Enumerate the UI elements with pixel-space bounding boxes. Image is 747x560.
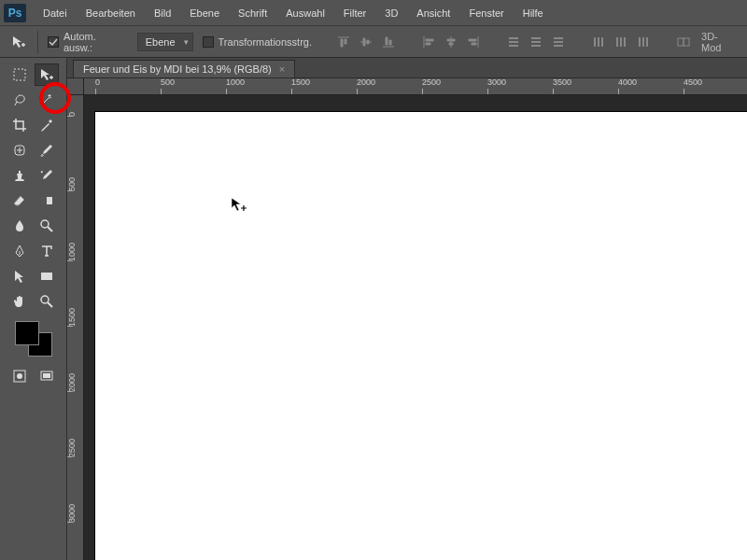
svg-rect-8 xyxy=(554,45,563,47)
ruler-tick: 3000 xyxy=(67,504,84,523)
vertical-ruler[interactable]: 0 500 1000 1500 2000 2500 3000 3500 xyxy=(67,95,84,560)
svg-rect-15 xyxy=(639,37,641,47)
brush-tool[interactable] xyxy=(35,139,59,161)
menu-bar: Ps Datei Bearbeiten Bild Ebene Schrift A… xyxy=(0,0,747,26)
lasso-tool[interactable] xyxy=(7,89,32,111)
transform-controls-checkbox[interactable]: Transformationsstrg. xyxy=(203,36,312,48)
distribute-group-1 xyxy=(505,34,567,50)
distribute-top-icon[interactable] xyxy=(505,34,522,50)
svg-rect-6 xyxy=(554,37,563,39)
ruler-tick: 3500 xyxy=(553,78,571,94)
align-left-icon[interactable] xyxy=(420,34,437,50)
ruler-tick: 2500 xyxy=(67,439,84,457)
history-brush-tool[interactable] xyxy=(35,164,59,187)
active-tool-icon[interactable] xyxy=(9,33,28,51)
move-cursor-icon xyxy=(230,196,247,213)
color-swatches[interactable] xyxy=(15,321,52,357)
document-viewport[interactable]: 0 500 1000 1500 2000 2500 3000 3500 4000… xyxy=(67,78,747,560)
distribute-bottom-icon[interactable] xyxy=(550,34,567,50)
menu-auswahl[interactable]: Auswahl xyxy=(276,4,334,22)
align-vcenter-icon[interactable] xyxy=(358,34,374,50)
svg-rect-10 xyxy=(598,37,599,47)
menu-ebene[interactable]: Ebene xyxy=(180,4,229,22)
checkbox-icon xyxy=(203,36,214,48)
close-tab-icon[interactable]: × xyxy=(279,63,285,75)
healing-brush-tool[interactable] xyxy=(7,139,32,161)
ruler-corner xyxy=(67,78,84,95)
menu-bild[interactable]: Bild xyxy=(145,4,180,22)
screen-mode-tool[interactable] xyxy=(35,365,59,387)
layer-dropdown[interactable]: Ebene xyxy=(137,33,193,51)
canvas[interactable] xyxy=(95,112,747,560)
distribute-group-2 xyxy=(590,34,652,50)
svg-point-28 xyxy=(17,373,22,379)
align-right-icon[interactable] xyxy=(465,34,482,50)
type-tool[interactable] xyxy=(35,240,59,262)
marquee-tool[interactable] xyxy=(7,63,32,86)
zoom-tool[interactable] xyxy=(35,290,59,313)
svg-rect-0 xyxy=(509,37,518,39)
eyedropper-tool[interactable] xyxy=(35,114,59,136)
svg-rect-2 xyxy=(509,45,518,47)
options-bar: Autom. ausw.: Ebene Transformationsstrg.… xyxy=(0,26,747,58)
blur-tool[interactable] xyxy=(7,215,32,237)
distribute-left-icon[interactable] xyxy=(590,34,607,50)
pen-tool[interactable] xyxy=(7,240,32,262)
auto-align-icon[interactable] xyxy=(675,34,692,50)
mode-3d-label[interactable]: 3D-Mod xyxy=(701,31,738,53)
path-selection-tool[interactable] xyxy=(7,265,32,287)
clone-stamp-tool[interactable] xyxy=(7,164,32,187)
document-area: Feuer und Eis by MDI bei 13,9% (RGB/8) ×… xyxy=(67,58,747,560)
crop-tool[interactable] xyxy=(7,114,32,136)
ruler-tick: 2500 xyxy=(422,78,441,94)
svg-rect-4 xyxy=(531,41,541,43)
hand-tool[interactable] xyxy=(7,290,32,313)
svg-rect-23 xyxy=(41,197,47,204)
menu-filter[interactable]: Filter xyxy=(334,4,375,22)
document-tab-title: Feuer und Eis by MDI bei 13,9% (RGB/8) xyxy=(83,63,272,75)
foreground-color-swatch[interactable] xyxy=(15,321,39,345)
align-bottom-icon[interactable] xyxy=(380,34,397,50)
dodge-tool[interactable] xyxy=(35,215,59,237)
menu-datei[interactable]: Datei xyxy=(34,4,77,22)
menu-ansicht[interactable]: Ansicht xyxy=(407,4,459,22)
align-group-2 xyxy=(420,34,482,50)
svg-rect-7 xyxy=(554,41,563,43)
horizontal-ruler[interactable]: 0 500 1000 1500 2000 2500 3000 3500 4000… xyxy=(84,78,747,95)
gradient-tool[interactable] xyxy=(35,189,59,212)
menu-3d[interactable]: 3D xyxy=(375,4,407,22)
checkbox-icon xyxy=(48,36,59,48)
ruler-tick: 500 xyxy=(67,177,84,191)
rectangle-tool[interactable] xyxy=(35,265,59,287)
menu-hilfe[interactable]: Hilfe xyxy=(514,4,553,22)
ruler-tick: 1500 xyxy=(291,78,310,94)
quick-mask-tool[interactable] xyxy=(7,365,32,387)
svg-rect-19 xyxy=(684,38,689,46)
svg-rect-17 xyxy=(646,37,648,47)
align-top-icon[interactable] xyxy=(335,34,352,50)
svg-rect-13 xyxy=(620,37,622,47)
magic-wand-tool[interactable] xyxy=(35,89,59,111)
move-tool[interactable] xyxy=(35,63,59,86)
transform-controls-label: Transformationsstrg. xyxy=(218,36,312,48)
tools-panel xyxy=(0,58,67,560)
svg-rect-16 xyxy=(642,37,644,47)
eraser-tool[interactable] xyxy=(7,189,32,212)
svg-rect-1 xyxy=(509,41,518,43)
align-hcenter-icon[interactable] xyxy=(443,34,459,50)
document-tab[interactable]: Feuer und Eis by MDI bei 13,9% (RGB/8) × xyxy=(73,60,295,77)
auto-select-checkbox[interactable]: Autom. ausw.: xyxy=(48,31,128,53)
distribute-hcenter-icon[interactable] xyxy=(613,34,629,50)
svg-point-24 xyxy=(41,220,49,228)
ruler-tick: 1000 xyxy=(226,78,245,94)
ruler-tick: 1500 xyxy=(67,308,84,327)
auto-select-label: Autom. ausw.: xyxy=(63,31,128,53)
menu-schrift[interactable]: Schrift xyxy=(229,4,276,22)
app-logo: Ps xyxy=(4,4,26,22)
distribute-right-icon[interactable] xyxy=(635,34,652,50)
menu-bearbeiten[interactable]: Bearbeiten xyxy=(77,4,145,22)
menu-fenster[interactable]: Fenster xyxy=(459,4,513,22)
distribute-vcenter-icon[interactable] xyxy=(528,34,544,50)
svg-rect-18 xyxy=(678,38,684,46)
ruler-tick: 500 xyxy=(161,78,175,94)
